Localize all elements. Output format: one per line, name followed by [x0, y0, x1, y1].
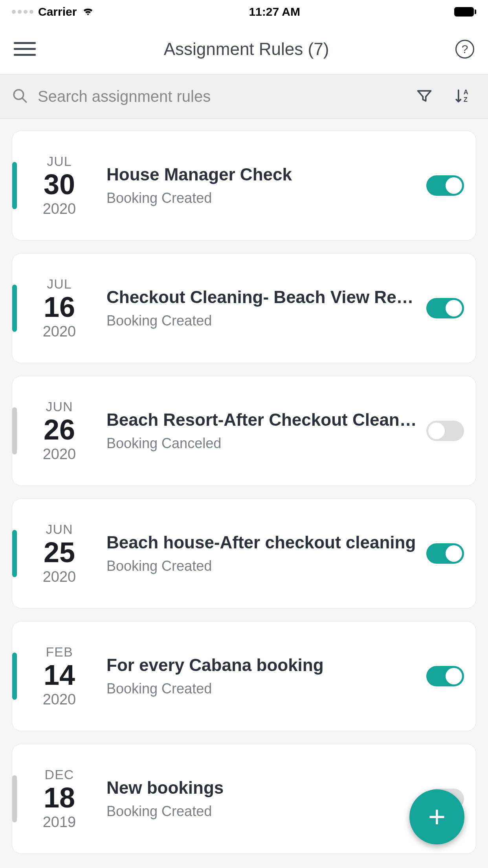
plus-icon: +	[428, 802, 446, 832]
rule-title: Beach Resort-After Checkout Cleaning	[106, 410, 418, 430]
svg-line-1	[22, 98, 26, 102]
date-month: DEC	[45, 767, 74, 782]
svg-text:A: A	[464, 88, 468, 96]
signal-dots-icon	[12, 10, 33, 14]
status-strip	[12, 530, 17, 577]
toggle-knob	[446, 545, 462, 562]
page-title: Assignment Rules (7)	[164, 39, 329, 59]
search-input[interactable]	[38, 88, 401, 105]
date-year: 2020	[43, 568, 76, 585]
rule-card[interactable]: JUN262020Beach Resort-After Checkout Cle…	[12, 376, 476, 486]
rule-card[interactable]: FEB142020For every Cabana bookingBooking…	[12, 621, 476, 731]
rule-card[interactable]: JUL302020House Manager CheckBooking Crea…	[12, 131, 476, 241]
date-year: 2020	[43, 200, 76, 217]
toggle-knob	[446, 668, 462, 684]
rule-content: New bookingsBooking Created	[106, 778, 426, 820]
date-day: 18	[44, 782, 75, 813]
date-day: 14	[44, 660, 75, 691]
search-bar: AZ	[0, 75, 488, 119]
rule-subtitle: Booking Canceled	[106, 435, 418, 452]
date-day: 16	[44, 292, 75, 323]
status-strip	[12, 775, 17, 822]
rule-content: House Manager CheckBooking Created	[106, 165, 426, 206]
date-day: 26	[44, 414, 75, 445]
date-month: JUN	[46, 522, 73, 537]
date-year: 2019	[43, 814, 76, 831]
date-month: FEB	[46, 644, 73, 660]
toggle-knob	[446, 177, 462, 194]
date-year: 2020	[43, 691, 76, 708]
status-strip	[12, 285, 17, 332]
battery-icon	[454, 7, 476, 17]
rule-content: Checkout Cleaning- Beach View RentalsBoo…	[106, 287, 426, 329]
wifi-icon	[81, 4, 95, 20]
add-button[interactable]: +	[409, 789, 464, 844]
rule-subtitle: Booking Created	[106, 680, 418, 697]
rule-subtitle: Booking Created	[106, 558, 418, 574]
nav-header: Assignment Rules (7) ?	[0, 24, 488, 75]
rule-content: For every Cabana bookingBooking Created	[106, 655, 426, 697]
date-year: 2020	[43, 446, 76, 463]
status-strip	[12, 407, 17, 454]
rule-content: Beach Resort-After Checkout CleaningBook…	[106, 410, 426, 452]
svg-text:Z: Z	[464, 96, 468, 103]
status-left: Carrier	[12, 4, 95, 20]
rule-card[interactable]: JUN252020Beach house-After checkout clea…	[12, 498, 476, 609]
help-icon[interactable]: ?	[455, 40, 474, 59]
date-month: JUN	[46, 399, 73, 414]
rule-content: Beach house-After checkout cleaningBooki…	[106, 533, 426, 574]
date-year: 2020	[43, 323, 76, 340]
status-strip	[12, 653, 17, 700]
date-column: JUL302020	[12, 154, 106, 217]
rule-title: For every Cabana booking	[106, 655, 418, 675]
date-column: JUN252020	[12, 522, 106, 585]
toggle-switch[interactable]	[426, 421, 464, 441]
toggle-knob	[428, 423, 445, 439]
rule-card[interactable]: DEC182019New bookingsBooking Created	[12, 744, 476, 854]
rule-title: House Manager Check	[106, 165, 418, 184]
toggle-switch[interactable]	[426, 175, 464, 196]
rule-title: Checkout Cleaning- Beach View Rentals	[106, 287, 418, 307]
rule-subtitle: Booking Created	[106, 190, 418, 206]
date-month: JUL	[47, 276, 72, 292]
toggle-knob	[446, 300, 462, 316]
rule-card[interactable]: JUL162020Checkout Cleaning- Beach View R…	[12, 253, 476, 363]
toggle-switch[interactable]	[426, 543, 464, 564]
date-column: JUL162020	[12, 276, 106, 340]
rule-subtitle: Booking Created	[106, 313, 418, 329]
date-month: JUL	[47, 154, 72, 169]
date-column: DEC182019	[12, 767, 106, 830]
rule-title: New bookings	[106, 778, 418, 798]
search-icon	[12, 88, 28, 106]
sort-icon[interactable]: AZ	[448, 87, 476, 106]
rules-list: JUL302020House Manager CheckBooking Crea…	[0, 119, 488, 854]
date-day: 25	[44, 537, 75, 568]
date-column: JUN262020	[12, 399, 106, 462]
rule-title: Beach house-After checkout cleaning	[106, 533, 418, 552]
filter-icon[interactable]	[410, 87, 438, 106]
status-bar: Carrier 11:27 AM	[0, 0, 488, 24]
rule-subtitle: Booking Created	[106, 803, 418, 820]
status-strip	[12, 162, 17, 209]
toggle-switch[interactable]	[426, 298, 464, 318]
status-time: 11:27 AM	[249, 5, 300, 18]
date-column: FEB142020	[12, 644, 106, 708]
toggle-switch[interactable]	[426, 666, 464, 686]
date-day: 30	[44, 169, 75, 200]
menu-icon[interactable]	[14, 37, 37, 61]
carrier-label: Carrier	[38, 5, 77, 18]
